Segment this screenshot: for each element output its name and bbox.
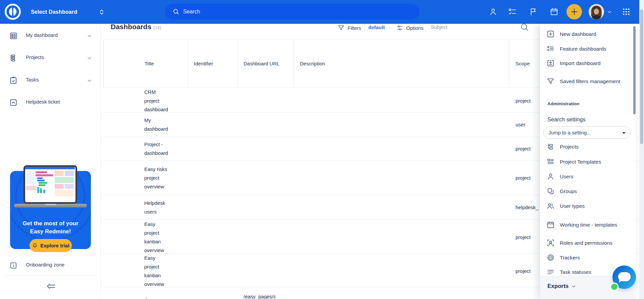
apps-grid-icon[interactable] xyxy=(622,7,631,16)
menu-item-import-dashboard[interactable]: Import dashboard xyxy=(540,57,636,69)
chevron-down-icon xyxy=(87,78,92,83)
sidebar-item-helpdesk-ticket[interactable]: Helpdesk ticket xyxy=(0,96,101,109)
groups-icon xyxy=(546,187,555,195)
options-button[interactable]: Options xyxy=(396,23,424,32)
menu-item-groups[interactable]: Groups xyxy=(540,185,636,197)
record-count: (14) xyxy=(153,25,161,30)
user-avatar[interactable] xyxy=(589,4,604,19)
active-filter-link[interactable]: default xyxy=(368,24,385,30)
chevron-down-icon xyxy=(87,55,92,61)
row-title: Helpdesk users xyxy=(144,199,172,216)
menu-item-working-time-templates[interactable]: Working time - templates xyxy=(540,217,636,232)
left-sidebar: My dashboard Projects Tasks Helpdesk tic… xyxy=(0,24,101,299)
plus-icon xyxy=(570,7,579,16)
trial-banner[interactable]: Get the most of your Easy Redmine! Explo… xyxy=(10,171,91,249)
flag-icon[interactable] xyxy=(529,7,538,16)
menu-item-saved-filters-management[interactable]: Saved filters management xyxy=(540,74,636,88)
jump-to-setting-select[interactable]: Jump to a setting... xyxy=(543,126,631,139)
row-title: Easy risks project overview xyxy=(144,165,172,191)
menu-item-trackers[interactable]: Trackers xyxy=(540,251,636,263)
chevron-down-icon xyxy=(87,33,92,39)
dashboard-selector[interactable]: Select Dashboard xyxy=(31,0,105,24)
filters-label: Filters xyxy=(347,25,361,31)
sidebar-divider xyxy=(4,276,97,276)
avatar-chevron-down-icon[interactable] xyxy=(606,9,612,15)
panel-scrollbar-thumb[interactable] xyxy=(633,26,636,114)
saved-filters-icon xyxy=(546,77,555,85)
calendar-icon[interactable] xyxy=(550,7,558,16)
row-title: Easy project kanban overview xyxy=(144,220,172,255)
dashboard-actions-panel: New dashboard Feature dashboards Import … xyxy=(540,24,636,299)
explore-trial-button[interactable]: Explore trial xyxy=(30,239,72,252)
new-dashboard-icon xyxy=(546,30,555,38)
online-status-dot xyxy=(610,283,619,291)
row-title: My dashboard xyxy=(144,116,172,133)
global-search-placeholder: Search xyxy=(183,9,200,15)
feature-dashboards-icon xyxy=(546,45,555,53)
add-new-button[interactable] xyxy=(567,4,582,19)
sidebar-item-tasks[interactable]: Tasks xyxy=(0,74,101,87)
sidebar-item-label: My dashboard xyxy=(26,32,58,38)
exports-button[interactable]: Exports xyxy=(547,283,576,290)
laptop-base xyxy=(14,204,87,207)
top-bar: Select Dashboard Search xyxy=(0,0,639,24)
column-header-description[interactable]: Description xyxy=(294,40,509,87)
import-dashboard-icon xyxy=(546,59,555,67)
administration-section-label: Administration xyxy=(547,101,579,106)
users-icon xyxy=(546,172,555,181)
sidebar-item-label: Helpdesk ticket xyxy=(26,99,60,105)
laptop-illustration xyxy=(23,165,77,204)
options-label: Options xyxy=(406,25,424,31)
dashboard-icon xyxy=(9,32,18,40)
collapse-sidebar-icon[interactable] xyxy=(45,281,57,292)
working-time-icon xyxy=(546,221,555,229)
row-title: Project - dashboard xyxy=(144,140,172,158)
task-statuses-icon xyxy=(546,268,555,276)
page-title: Dashboards(14) xyxy=(111,23,161,31)
filters-button[interactable]: Filters xyxy=(337,23,361,32)
row-title: Company xyxy=(144,296,166,299)
window-scrollbar-thumb[interactable] xyxy=(640,9,643,144)
chat-widget-button[interactable] xyxy=(612,265,636,289)
select-caret-icon xyxy=(622,132,626,134)
search-icon xyxy=(172,8,179,15)
window-scrollbar[interactable] xyxy=(639,0,644,299)
projects-tree-icon xyxy=(546,142,555,151)
menu-item-new-dashboard[interactable]: New dashboard xyxy=(540,28,636,40)
menu-item-users[interactable]: Users xyxy=(540,170,636,182)
sidebar-item-my-dashboard[interactable]: My dashboard xyxy=(0,29,101,43)
menu-item-feature-dashboards[interactable]: Feature dashboards xyxy=(540,43,636,55)
banner-heading-line2: Easy Redmine! xyxy=(10,228,91,235)
easy-redmine-app: Select Dashboard Search xyxy=(0,0,644,299)
row-title: CRM project dashboard xyxy=(144,88,172,114)
dashboard-selector-label: Select Dashboard xyxy=(31,9,77,15)
explore-trial-label: Explore trial xyxy=(40,243,69,248)
menu-item-roles-and-permissions[interactable]: Roles and permissions xyxy=(540,237,636,249)
tasks-clipboard-icon xyxy=(9,76,18,85)
menu-item-user-types[interactable]: User types xyxy=(540,200,636,212)
sidebar-item-onboarding-zone[interactable]: Onboarding zone xyxy=(0,259,101,272)
easy-redmine-logo[interactable] xyxy=(4,3,21,20)
menu-item-project-templates[interactable]: Project Templates xyxy=(540,156,636,168)
global-search-input[interactable]: Search xyxy=(165,4,419,19)
exports-label: Exports xyxy=(547,283,569,290)
options-sliders-icon xyxy=(396,24,404,32)
column-header-identifier[interactable]: Identifier xyxy=(188,40,237,87)
menu-item-projects[interactable]: Projects xyxy=(540,140,636,153)
page-title-text: Dashboards xyxy=(111,23,151,31)
info-icon xyxy=(9,261,17,270)
table-search-icon[interactable] xyxy=(520,22,529,32)
trackers-icon xyxy=(546,253,555,262)
project-templates-icon xyxy=(546,158,555,166)
filter-divider xyxy=(365,24,365,31)
checklist-icon[interactable] xyxy=(508,7,517,16)
funnel-icon xyxy=(337,24,345,32)
sidebar-item-projects[interactable]: Projects xyxy=(0,51,101,65)
helpdesk-ticket-icon xyxy=(9,98,18,107)
user-types-icon xyxy=(546,202,555,210)
column-header-dashboard-url[interactable]: Dashboard URL xyxy=(237,40,294,87)
profile-icon[interactable] xyxy=(489,7,497,16)
projects-tree-icon xyxy=(9,54,18,62)
column-header-title[interactable]: Title xyxy=(103,40,188,87)
chevron-down-icon xyxy=(571,284,576,289)
